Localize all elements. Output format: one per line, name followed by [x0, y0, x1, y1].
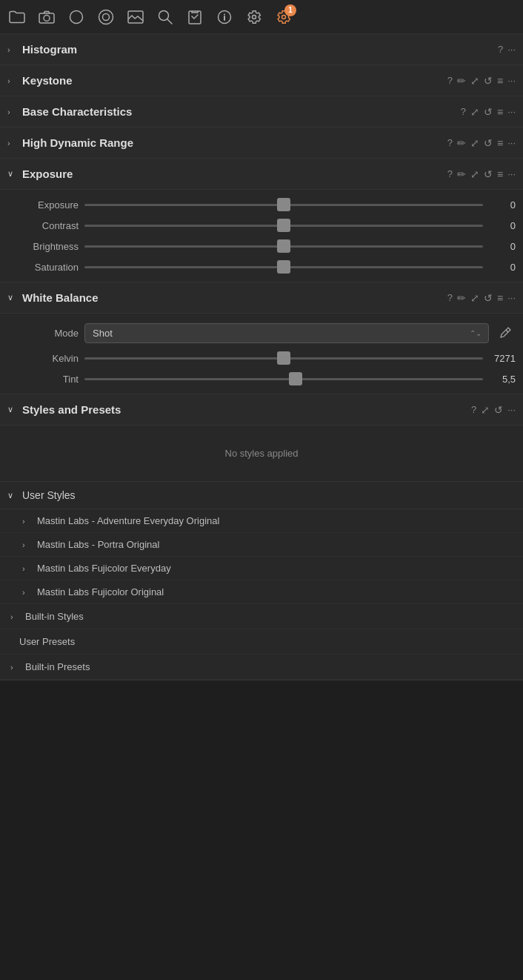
white-balance-section-header[interactable]: ∨ White Balance ? ✏ ⤢ ↺ ≡ ···: [0, 282, 523, 314]
list-item[interactable]: › Mastin Labs Fujicolor Original: [0, 580, 523, 604]
histogram-section-header[interactable]: › Histogram ? ···: [0, 34, 523, 65]
wb-pencil-icon[interactable]: ✏: [457, 292, 466, 304]
contrast-slider-value: 0: [489, 220, 516, 231]
preset-item-label: Mastin Labs Fujicolor Original: [37, 586, 164, 597]
badge-icon[interactable]: [96, 7, 116, 27]
contrast-slider-track[interactable]: [84, 219, 483, 232]
clipboard-icon[interactable]: [185, 7, 204, 27]
styles-more-icon[interactable]: ···: [507, 404, 516, 415]
svg-point-3: [99, 10, 113, 24]
svg-point-1: [44, 15, 50, 21]
tint-slider-label: Tint: [12, 374, 79, 385]
tint-slider-track[interactable]: [84, 372, 483, 385]
gear2-icon[interactable]: 1: [274, 7, 293, 27]
base-more-icon[interactable]: ···: [507, 106, 516, 117]
keystone-section-header[interactable]: › Keystone ? ✏ ⤢ ↺ ≡ ···: [0, 65, 523, 96]
list-item[interactable]: › Mastin Labs - Adventure Everyday Origi…: [0, 509, 523, 533]
histogram-help-icon[interactable]: ?: [498, 44, 503, 55]
keystone-menu-icon[interactable]: ≡: [497, 75, 503, 87]
base-menu-icon[interactable]: ≡: [497, 106, 503, 118]
circle-icon[interactable]: [67, 7, 86, 27]
keystone-help-icon[interactable]: ?: [447, 75, 453, 86]
styles-reset-icon[interactable]: ↺: [494, 404, 503, 416]
base-expand-icon[interactable]: ⤢: [470, 106, 479, 118]
kelvin-slider-track[interactable]: [84, 351, 483, 365]
exposure-pencil-icon[interactable]: ✏: [457, 168, 466, 180]
kelvin-slider-value: 7271: [489, 353, 516, 364]
hdr-expand-icon[interactable]: ⤢: [470, 137, 479, 149]
svg-point-2: [70, 10, 83, 23]
gear-icon[interactable]: [244, 7, 264, 27]
histogram-more-icon[interactable]: ···: [507, 44, 516, 55]
white-balance-icons: ? ✏ ⤢ ↺ ≡ ···: [447, 292, 516, 304]
user-styles-header[interactable]: ∨ User Styles: [0, 482, 523, 509]
item-chevron: ›: [22, 517, 33, 526]
tint-slider-row: Tint 5,5: [0, 368, 523, 389]
landscape-icon[interactable]: [126, 7, 145, 27]
base-characteristics-icons: ? ⤢ ↺ ≡ ···: [461, 106, 516, 118]
hdr-reset-icon[interactable]: ↺: [484, 137, 493, 149]
list-item[interactable]: › Mastin Labs Fujicolor Everyday: [0, 557, 523, 580]
folder-icon[interactable]: [7, 7, 27, 27]
exposure-section-header[interactable]: ∨ Exposure ? ✏ ⤢ ↺ ≡ ···: [0, 159, 523, 190]
notification-badge: 1: [284, 4, 296, 16]
exposure-slider-track[interactable]: [84, 198, 483, 211]
base-reset-icon[interactable]: ↺: [484, 106, 493, 118]
user-presets-item[interactable]: User Presets: [0, 629, 523, 655]
built-in-presets-chevron: ›: [10, 663, 21, 672]
white-balance-chevron: ∨: [7, 293, 18, 302]
base-characteristics-section-header[interactable]: › Base Characteristics ? ⤢ ↺ ≡ ···: [0, 96, 523, 128]
exposure-help-icon[interactable]: ?: [447, 168, 453, 179]
hdr-title: High Dynamic Range: [22, 136, 447, 149]
hdr-section-header[interactable]: › High Dynamic Range ? ✏ ⤢ ↺ ≡ ···: [0, 128, 523, 159]
styles-help-icon[interactable]: ?: [471, 404, 476, 415]
built-in-styles-item[interactable]: › Built-in Styles: [0, 604, 523, 629]
exposure-menu-icon[interactable]: ≡: [497, 168, 503, 180]
keystone-chevron: ›: [7, 76, 18, 85]
keystone-title: Keystone: [22, 74, 447, 87]
list-item[interactable]: › Mastin Labs - Portra Original: [0, 533, 523, 557]
wb-expand-icon[interactable]: ⤢: [470, 292, 479, 304]
exposure-expand-icon[interactable]: ⤢: [470, 168, 479, 180]
wb-menu-icon[interactable]: ≡: [497, 292, 503, 304]
info-icon[interactable]: [215, 7, 234, 27]
exposure-title: Exposure: [22, 168, 447, 180]
built-in-presets-item[interactable]: › Built-in Presets: [0, 655, 523, 680]
keystone-icons: ? ✏ ⤢ ↺ ≡ ···: [447, 75, 516, 87]
no-styles-text: No styles applied: [0, 426, 523, 481]
wb-eyedropper-icon[interactable]: [495, 322, 516, 343]
histogram-title: Histogram: [22, 43, 498, 56]
hdr-menu-icon[interactable]: ≡: [497, 137, 503, 149]
keystone-pencil-icon[interactable]: ✏: [457, 75, 466, 87]
preset-item-label: Mastin Labs - Adventure Everyday Origina…: [37, 515, 219, 526]
hdr-more-icon[interactable]: ···: [507, 137, 516, 148]
hdr-pencil-icon[interactable]: ✏: [457, 137, 466, 149]
keystone-more-icon[interactable]: ···: [507, 75, 516, 86]
presets-section: ∨ User Styles › Mastin Labs - Adventure …: [0, 482, 523, 681]
built-in-styles-chevron: ›: [10, 612, 21, 621]
saturation-slider-track[interactable]: [84, 260, 483, 274]
wb-more-icon[interactable]: ···: [507, 292, 516, 303]
svg-point-11: [224, 13, 225, 15]
exposure-icons: ? ✏ ⤢ ↺ ≡ ···: [447, 168, 516, 180]
contrast-slider-row: Contrast 0: [0, 215, 523, 236]
brightness-slider-row: Brightness 0: [0, 236, 523, 256]
wb-mode-select[interactable]: Shot Auto Daylight Cloudy Shade Tungsten…: [84, 323, 489, 343]
brightness-slider-track[interactable]: [84, 239, 483, 253]
brightness-slider-value: 0: [489, 241, 516, 252]
base-help-icon[interactable]: ?: [461, 106, 466, 117]
hdr-chevron: ›: [7, 139, 18, 148]
styles-section-header[interactable]: ∨ Styles and Presets ? ⤢ ↺ ···: [0, 394, 523, 426]
search-icon[interactable]: [156, 7, 175, 27]
hdr-help-icon[interactable]: ?: [447, 137, 453, 148]
exposure-reset-icon[interactable]: ↺: [484, 168, 493, 180]
keystone-expand-icon[interactable]: ⤢: [470, 75, 479, 87]
exposure-more-icon[interactable]: ···: [507, 168, 516, 179]
wb-help-icon[interactable]: ?: [447, 292, 453, 303]
brightness-slider-label: Brightness: [12, 241, 79, 252]
wb-reset-icon[interactable]: ↺: [484, 292, 493, 304]
saturation-slider-value: 0: [489, 262, 516, 273]
keystone-reset-icon[interactable]: ↺: [484, 75, 493, 87]
camera-icon[interactable]: [37, 7, 56, 27]
styles-expand-icon[interactable]: ⤢: [481, 404, 490, 416]
